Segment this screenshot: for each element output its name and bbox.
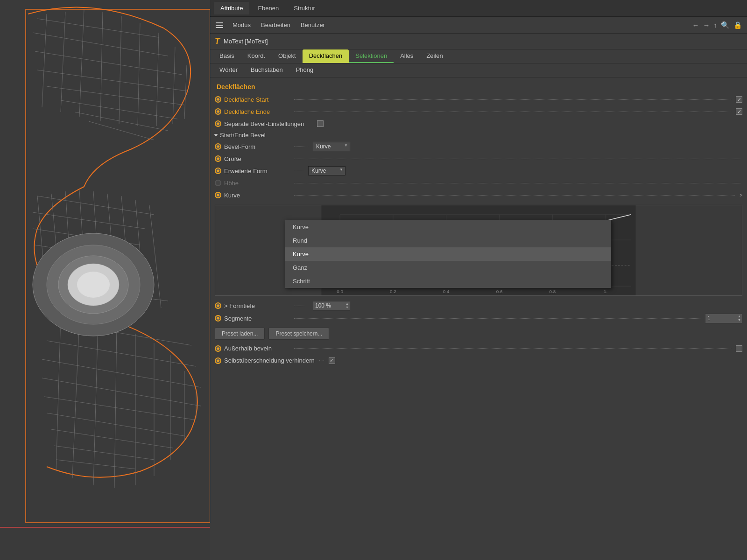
formtiefe-dots — [294, 306, 308, 306]
deckflaeche-start-row: Deckfläche Start — [210, 93, 747, 105]
erweiterte-form-dropdown[interactable]: Kurve — [308, 166, 345, 175]
formtiefe-arrows: ▲ ▼ — [345, 301, 350, 310]
bevel-form-row: Bevel-Form Kurve — [210, 140, 747, 153]
section-title: Deckflächen — [210, 81, 747, 93]
segmente-up[interactable]: ▲ — [738, 315, 741, 318]
deckflaeche-ende-radio[interactable] — [215, 108, 221, 115]
erweiterte-form-dots — [294, 171, 303, 171]
ausserhalb-beveln-radio[interactable] — [215, 345, 221, 352]
collapse-triangle — [214, 134, 218, 136]
formtiefe-down[interactable]: ▼ — [345, 306, 349, 309]
separate-bevel-row: Separate Bevel-Einstellungen — [210, 118, 747, 130]
forward-icon[interactable]: → — [703, 21, 710, 29]
deckflaeche-ende-label: Deckfläche Ende — [224, 108, 289, 115]
kurve-radio[interactable] — [215, 192, 221, 198]
selbstueberschneidung-dots — [319, 360, 324, 361]
bevel-section-header[interactable]: Start/Ende Bevel — [210, 130, 747, 140]
deckflaeche-ende-checkbox[interactable] — [736, 108, 742, 115]
tab-buchstaben[interactable]: Buchstaben — [244, 63, 289, 77]
tab-selektionen[interactable]: Selektionen — [349, 49, 394, 63]
preset-laden-btn[interactable]: Preset laden... — [215, 328, 265, 340]
segmente-dots — [294, 318, 700, 319]
svg-text:0.6: 0.6 — [496, 289, 503, 294]
toolbar-icons: ← → ↑ 🔍 🔒 — [692, 21, 743, 29]
segmente-value: 1 — [705, 314, 737, 322]
bevel-form-dots — [294, 147, 308, 147]
formtiefe-label: > Formtiefe — [224, 302, 289, 309]
groesse-dots — [294, 159, 740, 159]
ausserhalb-beveln-dots — [294, 348, 731, 349]
separate-bevel-radio[interactable] — [215, 120, 221, 127]
segmente-down[interactable]: ▼ — [738, 318, 741, 322]
preset-buttons-row: Preset laden... Preset speichern... — [210, 325, 747, 343]
bevel-form-dropdown[interactable]: Kurve — [313, 142, 350, 151]
tab-alles[interactable]: Alles — [394, 49, 420, 63]
hamburger-menu[interactable] — [215, 21, 224, 29]
dropdown-item-ganz[interactable]: Ganz — [285, 261, 611, 274]
hoehe-label: Höhe — [224, 180, 289, 187]
deckflaeche-ende-row: Deckfläche Ende — [210, 105, 747, 118]
erweiterte-form-label: Erweiterte Form — [224, 168, 289, 175]
svg-text:0.0: 0.0 — [337, 289, 343, 294]
tab-phong[interactable]: Phong — [289, 63, 320, 77]
tab-attribute[interactable]: Attribute — [214, 2, 249, 14]
3d-viewport — [0, 0, 210, 560]
object-title-bar: T MoText [MoText] — [210, 34, 747, 49]
bearbeiten-btn[interactable]: Bearbeiten — [259, 21, 292, 29]
tab-basis[interactable]: Basis — [213, 49, 241, 63]
svg-point-6 — [77, 272, 110, 298]
tab-ebenen[interactable]: Ebenen — [251, 2, 285, 14]
motext-icon: T — [215, 36, 220, 46]
right-panel: Attribute Ebenen Struktur Modus Bearbeit… — [210, 0, 747, 560]
preset-speichern-btn[interactable]: Preset speichern... — [268, 328, 329, 340]
dropdown-item-kurve2[interactable]: Kurve — [285, 247, 611, 261]
selbstueberschneidung-checkbox[interactable] — [329, 357, 335, 364]
segmente-input[interactable]: 1 ▲ ▼ — [705, 314, 742, 323]
dropdown-item-schritt[interactable]: Schritt — [285, 274, 611, 288]
separate-bevel-checkbox[interactable] — [317, 120, 324, 127]
tab-deckflaechen[interactable]: Deckflächen — [303, 49, 349, 63]
ausserhalb-beveln-checkbox[interactable] — [736, 345, 742, 352]
secondary-tab-bar: Basis Koord. Objekt Deckflächen Selektio… — [210, 49, 747, 63]
tab-koord[interactable]: Koord. — [241, 49, 272, 63]
tab-zeilen[interactable]: Zeilen — [420, 49, 449, 63]
lock-icon[interactable]: 🔒 — [733, 21, 742, 29]
kurve-label: Kurve — [224, 192, 289, 199]
svg-text:0.4: 0.4 — [443, 289, 450, 294]
hoehe-radio[interactable] — [215, 180, 221, 186]
search-icon[interactable]: 🔍 — [721, 21, 730, 29]
dropdown-item-kurve1[interactable]: Kurve — [285, 220, 611, 234]
object-title-text: MoText [MoText] — [224, 38, 268, 45]
groesse-radio[interactable] — [215, 155, 221, 162]
bevel-section-label: Start/Ende Bevel — [220, 132, 266, 139]
formtiefe-input[interactable]: 100 % ▲ ▼ — [313, 301, 350, 311]
modus-btn[interactable]: Modus — [231, 21, 253, 29]
groesse-row: Größe — [210, 153, 747, 165]
selbstueberschneidung-row: Selbstüberschneidung verhindern — [210, 355, 747, 367]
svg-text:0.2: 0.2 — [390, 289, 396, 294]
bevel-form-radio[interactable] — [215, 143, 221, 150]
kurve-arrow: > — [740, 193, 742, 198]
hoehe-dots — [294, 183, 740, 183]
tab-struktur[interactable]: Struktur — [287, 2, 322, 14]
up-icon[interactable]: ↑ — [714, 21, 718, 29]
dropdown-item-rund[interactable]: Rund — [285, 234, 611, 247]
tab-objekt[interactable]: Objekt — [272, 49, 303, 63]
deckflaeche-start-label: Deckfläche Start — [224, 96, 289, 103]
tab-woerter[interactable]: Wörter — [213, 63, 244, 77]
kurve-dots — [294, 195, 735, 196]
deckflaeche-start-checkbox[interactable] — [736, 96, 742, 103]
back-icon[interactable]: ← — [692, 21, 699, 29]
erweiterte-form-radio[interactable] — [215, 168, 221, 174]
bevel-form-label: Bevel-Form — [224, 143, 289, 150]
benutzer-btn[interactable]: Benutzer — [299, 21, 327, 29]
selbstueberschneidung-radio[interactable] — [215, 357, 221, 364]
svg-text:1.: 1. — [604, 289, 607, 294]
deckflaeche-ende-dots — [294, 112, 731, 112]
segmente-radio[interactable] — [215, 315, 221, 322]
formtiefe-radio[interactable] — [215, 302, 221, 309]
deckflaeche-start-radio[interactable] — [215, 96, 221, 103]
segmente-label: Segmente — [224, 315, 289, 322]
hoehe-row: Höhe — [210, 177, 747, 189]
formtiefe-up[interactable]: ▲ — [345, 302, 349, 306]
